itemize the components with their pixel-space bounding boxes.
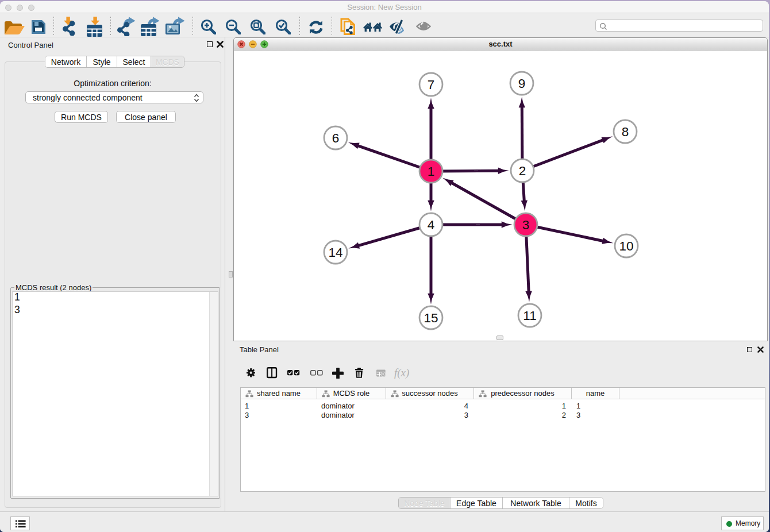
svg-text:10: 10 [619,239,633,253]
svg-text:4: 4 [428,218,435,232]
svg-text:6: 6 [332,131,340,145]
svg-text:11: 11 [523,309,536,323]
svg-text:1: 1 [428,164,435,179]
svg-text:9: 9 [518,76,526,91]
svg-text:3: 3 [522,218,530,232]
svg-text:2: 2 [519,164,526,178]
svg-text:14: 14 [328,245,342,260]
svg-text:15: 15 [424,311,438,325]
svg-text:7: 7 [428,78,435,92]
svg-text:8: 8 [622,125,629,139]
